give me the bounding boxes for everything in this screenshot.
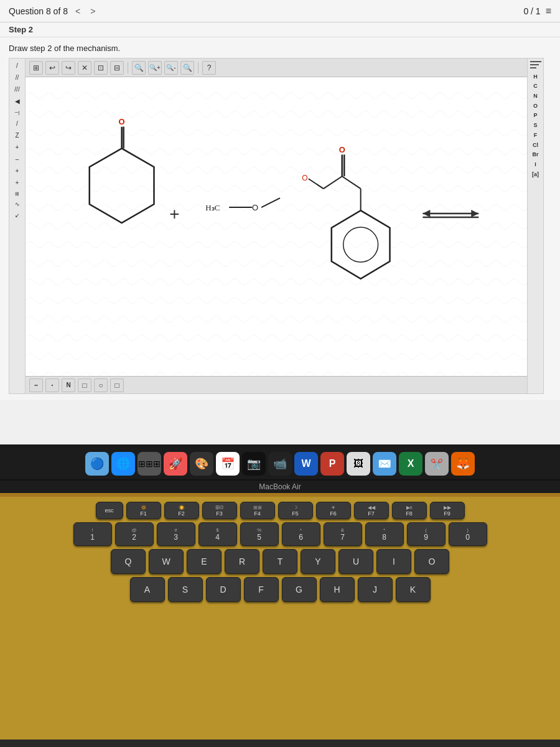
drawing-area[interactable]: O + H₃C O	[26, 77, 527, 393]
bottom-btn-dots[interactable]: ••	[29, 378, 43, 392]
toolbar-zoom-in[interactable]: 🔍+	[148, 61, 162, 75]
left-tool-dash[interactable]: ─|	[11, 108, 24, 117]
right-tool-F[interactable]: F	[534, 132, 538, 139]
left-tool-minus[interactable]: –	[11, 154, 24, 164]
left-tool-curve[interactable]: ↙	[11, 211, 24, 220]
key-f9[interactable]: ▶▶F9	[430, 502, 465, 519]
right-tool-custom[interactable]: [a]	[532, 171, 539, 179]
key-f[interactable]: F	[244, 577, 279, 602]
left-tool-grid[interactable]: ⊞	[11, 190, 24, 199]
left-tool-plus3[interactable]: +	[11, 178, 24, 188]
dock-launchpad[interactable]: 🚀	[164, 452, 187, 476]
right-tool-H[interactable]: H	[533, 73, 538, 81]
toolbar-search[interactable]: 🔍	[132, 61, 146, 75]
left-tool-z[interactable]: Z	[11, 131, 24, 141]
key-5[interactable]: %5	[240, 522, 279, 546]
key-f3[interactable]: ⊞0F3	[202, 502, 237, 519]
dock-apps[interactable]: ⊞⊞⊞	[138, 452, 161, 476]
prev-arrow[interactable]: <	[73, 5, 83, 17]
toolbar-copy[interactable]: ⊡	[94, 61, 108, 75]
left-tool-plus[interactable]: +	[11, 143, 24, 153]
toolbar-paste[interactable]: ⊟	[110, 61, 124, 75]
key-s[interactable]: S	[168, 577, 203, 602]
key-u[interactable]: U	[338, 549, 373, 574]
toolbar-zoom-out[interactable]: 🔍-	[164, 61, 178, 75]
key-o[interactable]: O	[414, 549, 449, 574]
right-tool-C[interactable]: C	[533, 83, 538, 90]
dock-color[interactable]: 🎨	[190, 452, 213, 476]
menu-icon[interactable]: ≡	[546, 6, 551, 17]
left-tool-arrow[interactable]: ◀	[11, 96, 24, 106]
dock-scissors[interactable]: ✂️	[425, 452, 449, 476]
key-esc[interactable]: esc	[96, 502, 123, 519]
toolbar-zoom-fit[interactable]: 🔍	[180, 61, 194, 75]
key-h[interactable]: H	[320, 577, 355, 602]
toolbar-help[interactable]: ?	[202, 61, 216, 75]
left-tool-plus2[interactable]: +	[11, 166, 24, 176]
right-tool-O[interactable]: O	[533, 103, 538, 110]
key-f8[interactable]: ▶llF8	[392, 502, 427, 519]
right-tool-P[interactable]: P	[533, 112, 537, 120]
dock-camera[interactable]: 📷	[242, 452, 266, 476]
left-tool-tline[interactable]: ///	[11, 85, 24, 95]
key-3[interactable]: #3	[157, 522, 195, 546]
left-tool-slash[interactable]: /	[11, 119, 24, 129]
bottom-btn-circle[interactable]: ○	[94, 378, 108, 392]
bottom-btn-n[interactable]: N	[62, 378, 75, 392]
bottom-btn-rect2[interactable]: □	[110, 378, 124, 392]
dock-calendar[interactable]: 📅	[216, 452, 240, 476]
dock-word[interactable]: W	[294, 452, 318, 476]
next-arrow[interactable]: >	[88, 5, 98, 17]
dock-finder[interactable]: 🔵	[85, 452, 109, 476]
key-g[interactable]: G	[282, 577, 317, 602]
key-e[interactable]: E	[187, 549, 222, 574]
right-tool-I[interactable]: I	[534, 161, 536, 169]
key-9[interactable]: (9	[407, 522, 446, 546]
key-f5[interactable]: ☽F5	[278, 502, 313, 519]
key-8[interactable]: *8	[365, 522, 404, 546]
dock-video[interactable]: 📹	[268, 452, 292, 476]
key-k[interactable]: K	[396, 577, 431, 602]
toolbar-redo[interactable]: ↪	[62, 61, 75, 75]
right-tool-Cl[interactable]: Cl	[533, 142, 538, 149]
dock-mail[interactable]: ✉️	[373, 452, 396, 476]
mid-row: A S D F G H J K	[6, 577, 554, 602]
dock-powerpoint[interactable]: P	[320, 452, 344, 476]
left-tool-wave[interactable]: ∿	[11, 200, 24, 209]
key-0[interactable]: )0	[449, 522, 487, 546]
dock-safari[interactable]: 🌐	[111, 452, 135, 476]
dock: 🔵 🌐 ⊞⊞⊞ 🚀 🎨 📅 📷 📹 W P 🖼 ✉️ X ✂️ 🦊	[0, 448, 560, 481]
dock-excel[interactable]: X	[399, 452, 422, 476]
key-4[interactable]: $4	[198, 522, 237, 546]
key-r[interactable]: R	[225, 549, 259, 574]
key-7[interactable]: &7	[324, 522, 362, 546]
toolbar-delete[interactable]: ✕	[78, 61, 91, 75]
left-tool-dline[interactable]: //	[11, 73, 24, 83]
key-f2[interactable]: ☀️F2	[164, 502, 199, 519]
bottom-btn-rect[interactable]: □	[78, 378, 91, 392]
key-6[interactable]: ^6	[282, 522, 320, 546]
key-i[interactable]: I	[376, 549, 411, 574]
right-tool-S[interactable]: S	[533, 122, 537, 129]
left-tool-line[interactable]: /	[11, 61, 24, 71]
right-tool-N[interactable]: N	[533, 93, 538, 100]
key-y[interactable]: Y	[301, 549, 335, 574]
key-d[interactable]: D	[206, 577, 241, 602]
toolbar-select[interactable]: ⊞	[29, 61, 43, 75]
key-t[interactable]: T	[263, 549, 297, 574]
key-1[interactable]: !1	[73, 522, 112, 546]
key-a[interactable]: A	[130, 577, 165, 602]
key-f7[interactable]: ◀◀F7	[354, 502, 389, 519]
key-q[interactable]: Q	[111, 549, 146, 574]
right-tool-Br[interactable]: Br	[532, 151, 538, 159]
key-f4[interactable]: ⊞⊞F4	[240, 502, 275, 519]
key-f1[interactable]: 🔅F1	[126, 502, 161, 519]
toolbar-undo[interactable]: ↩	[45, 61, 59, 75]
key-2[interactable]: @2	[115, 522, 154, 546]
key-f6[interactable]: ☀F6	[316, 502, 351, 519]
key-w[interactable]: W	[149, 549, 184, 574]
dock-photo[interactable]: 🖼	[347, 452, 370, 476]
key-j[interactable]: J	[358, 577, 393, 602]
dock-firefox[interactable]: 🦊	[451, 452, 475, 476]
bottom-btn-dot[interactable]: •	[45, 378, 59, 392]
